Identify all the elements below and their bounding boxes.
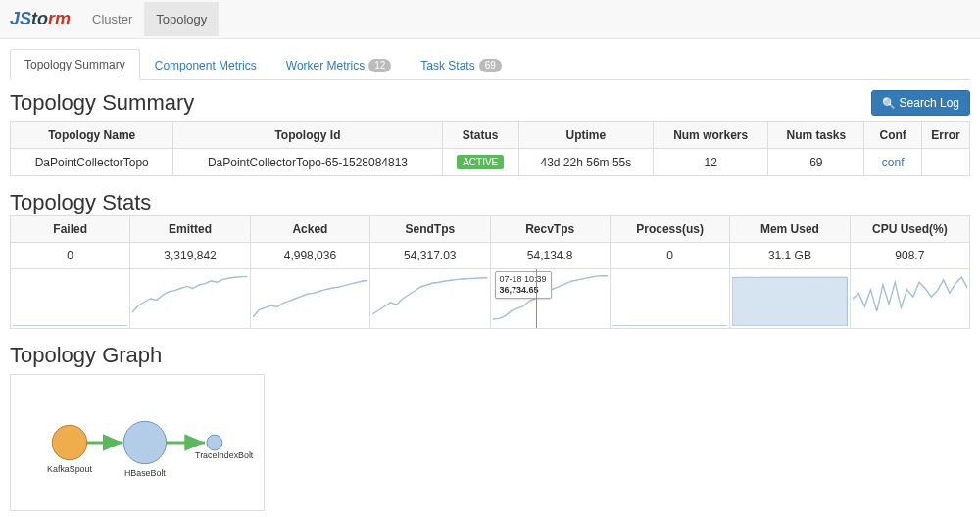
td-cpu: 908.7 bbox=[850, 243, 969, 269]
td-emitted: 3,319,842 bbox=[130, 243, 250, 269]
summary-header: Topology Summary Search Log bbox=[10, 90, 970, 116]
td-recvtps: 54,134.8 bbox=[490, 243, 610, 269]
tooltip-time: 07-18 10:39 bbox=[500, 274, 547, 285]
navbar: JStorm Cluster Topology bbox=[0, 0, 980, 39]
node-bolt1-label: HBaseBolt bbox=[124, 468, 166, 478]
th-acked: Acked bbox=[250, 216, 369, 243]
sparkline-row: 07-18 10:39 36,734.65 bbox=[11, 269, 970, 329]
th-uptime: Uptime bbox=[518, 122, 653, 149]
td-error bbox=[922, 149, 970, 176]
spark-cpu bbox=[850, 269, 969, 329]
main-content: Topology Summary Component Metrics Worke… bbox=[0, 39, 980, 517]
table-row: DaPointCollectorTopo DaPointCollectorTop… bbox=[11, 149, 970, 176]
tab-component[interactable]: Component Metrics bbox=[140, 49, 271, 80]
table-header-row: Topology Name Topology Id Status Uptime … bbox=[11, 122, 970, 149]
td-sendtps: 54,317.03 bbox=[370, 243, 490, 269]
spark-sendtps bbox=[370, 269, 490, 329]
th-process: Process(us) bbox=[610, 216, 729, 243]
spark-recvtps: 07-18 10:39 36,734.65 bbox=[490, 269, 610, 329]
th-recvtps: RecvTps bbox=[490, 216, 610, 243]
nav-cluster[interactable]: Cluster bbox=[80, 2, 144, 36]
tab-worker[interactable]: Worker Metrics 12 bbox=[271, 49, 407, 80]
th-status: Status bbox=[442, 122, 518, 149]
nav-topology[interactable]: Topology bbox=[144, 2, 219, 36]
th-conf: Conf bbox=[864, 122, 922, 149]
spark-mem bbox=[730, 269, 850, 329]
spark-process bbox=[610, 269, 729, 329]
sparkline-tooltip: 07-18 10:39 36,734.65 bbox=[495, 271, 552, 299]
tab-summary[interactable]: Topology Summary bbox=[10, 49, 140, 80]
stats-value-row: 0 3,319,842 4,998,036 54,317.03 54,134.8… bbox=[11, 243, 970, 269]
th-name: Topology Name bbox=[11, 122, 173, 149]
node-bolt2[interactable] bbox=[207, 435, 222, 450]
conf-link[interactable]: conf bbox=[882, 156, 905, 169]
th-error: Error bbox=[922, 122, 970, 149]
tab-worker-badge: 12 bbox=[368, 59, 391, 72]
td-status: ACTIVE bbox=[442, 149, 518, 176]
search-icon bbox=[882, 96, 896, 110]
summary-title: Topology Summary bbox=[10, 90, 194, 116]
tab-task-label: Task Stats bbox=[420, 59, 474, 72]
td-conf: conf bbox=[864, 149, 922, 176]
td-uptime: 43d 22h 56m 55s bbox=[518, 149, 653, 176]
th-cpu: CPU Used(%) bbox=[850, 216, 969, 243]
tab-worker-label: Worker Metrics bbox=[286, 59, 365, 72]
th-mem: Mem Used bbox=[730, 216, 850, 243]
search-log-button[interactable]: Search Log bbox=[871, 90, 970, 116]
stats-table: Failed Emitted Acked SendTps RecvTps Pro… bbox=[10, 215, 970, 329]
spark-acked bbox=[250, 269, 369, 329]
stats-header-row: Failed Emitted Acked SendTps RecvTps Pro… bbox=[11, 216, 970, 243]
th-sendtps: SendTps bbox=[370, 216, 490, 243]
logo: JStorm bbox=[10, 9, 71, 29]
td-workers: 12 bbox=[653, 149, 767, 176]
graph-title: Topology Graph bbox=[10, 343, 970, 368]
tab-task[interactable]: Task Stats 69 bbox=[406, 49, 515, 80]
td-tasks: 69 bbox=[768, 149, 864, 176]
spark-emitted bbox=[130, 269, 250, 329]
th-failed: Failed bbox=[11, 216, 130, 243]
topology-graph: KafkaSpout HBaseBolt TraceIndexBolt bbox=[10, 374, 265, 511]
th-workers: Num workers bbox=[653, 122, 767, 149]
th-id: Topology Id bbox=[173, 122, 442, 149]
td-id: DaPointCollectorTopo-65-1528084813 bbox=[173, 149, 442, 176]
th-emitted: Emitted bbox=[130, 216, 250, 243]
status-badge: ACTIVE bbox=[457, 155, 504, 169]
node-spout-label: KafkaSpout bbox=[47, 464, 92, 474]
td-acked: 4,998,036 bbox=[250, 243, 369, 269]
td-failed: 0 bbox=[11, 243, 130, 269]
tabs: Topology Summary Component Metrics Worke… bbox=[10, 49, 970, 80]
tab-task-badge: 69 bbox=[479, 59, 502, 72]
node-bolt2-label: TraceIndexBolt bbox=[195, 450, 254, 460]
node-bolt1[interactable] bbox=[123, 421, 166, 463]
td-mem: 31.1 GB bbox=[730, 243, 850, 269]
th-tasks: Num tasks bbox=[768, 122, 864, 149]
stats-title: Topology Stats bbox=[10, 190, 970, 215]
summary-table: Topology Name Topology Id Status Uptime … bbox=[10, 121, 970, 176]
tooltip-cursor-line bbox=[536, 269, 537, 328]
node-spout[interactable] bbox=[52, 425, 86, 459]
td-name: DaPointCollectorTopo bbox=[11, 149, 173, 176]
search-log-label: Search Log bbox=[900, 96, 959, 110]
tooltip-value: 36,734.65 bbox=[500, 285, 547, 296]
spark-failed bbox=[11, 269, 130, 329]
graph-svg: KafkaSpout HBaseBolt TraceIndexBolt bbox=[11, 375, 264, 510]
td-process: 0 bbox=[610, 243, 729, 269]
